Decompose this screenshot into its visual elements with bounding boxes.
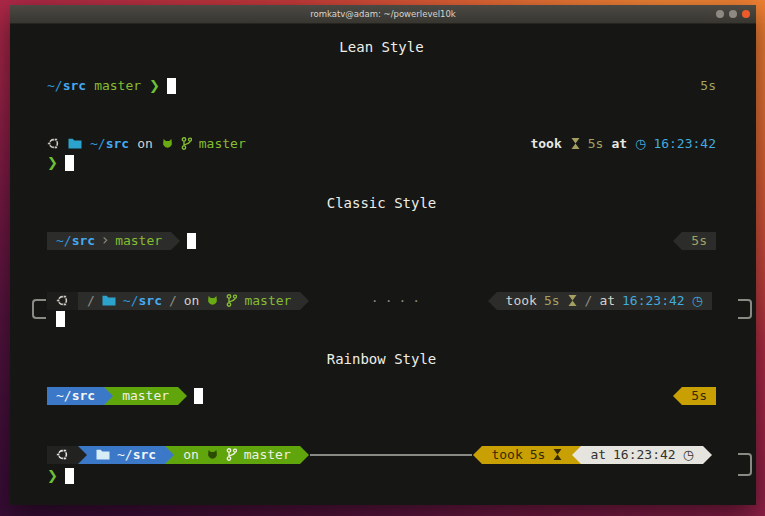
rainbow-prompt-1: ~/src master 5s bbox=[10, 386, 756, 405]
took-label: took bbox=[530, 134, 561, 153]
on-label: on bbox=[184, 291, 200, 310]
on-label: on bbox=[137, 134, 153, 153]
slash-separator: / bbox=[585, 291, 593, 310]
rainbow-prompt-2-line-1: ~/src on master took bbox=[10, 445, 756, 464]
github-octocat-icon bbox=[206, 295, 219, 307]
on-label: on bbox=[183, 445, 199, 464]
prompt-frame-right bbox=[738, 453, 752, 476]
hourglass-icon bbox=[570, 137, 581, 150]
dir-prefix: ~/ bbox=[117, 447, 133, 462]
slash-separator: / bbox=[87, 291, 95, 310]
time-label: 16:23:42 bbox=[622, 291, 685, 310]
desktop-wallpaper: romkatv@adam: ~/powerlevel10k Lean Style… bbox=[0, 0, 765, 516]
took-label: took bbox=[506, 291, 537, 310]
duration-label: 5s bbox=[691, 386, 707, 405]
dir-name: src bbox=[133, 447, 156, 462]
git-branch-icon bbox=[226, 294, 237, 307]
git-branch-icon bbox=[181, 137, 192, 150]
dir-prefix: ~/ bbox=[90, 136, 106, 151]
duration-label: 5s bbox=[691, 231, 707, 250]
git-branch-name: master bbox=[244, 445, 291, 464]
dir-prefix: ~/ bbox=[56, 388, 72, 403]
section-title: Classic Style bbox=[327, 194, 437, 213]
folder-icon bbox=[96, 449, 110, 460]
clock-icon: ◷ bbox=[635, 134, 646, 153]
text-cursor bbox=[65, 468, 74, 484]
text-cursor bbox=[167, 78, 176, 94]
powerline-arrow-icon bbox=[178, 387, 187, 405]
lean-prompt-2-line-2: ❯ bbox=[10, 153, 756, 172]
powerline-arrow-icon bbox=[703, 446, 712, 464]
took-label: took bbox=[491, 445, 522, 464]
at-label: at bbox=[611, 134, 627, 153]
thin-separator-icon: › bbox=[102, 231, 108, 250]
at-label: at bbox=[599, 291, 615, 310]
gap-filler-dots: ···· bbox=[309, 291, 487, 310]
minimize-button[interactable] bbox=[716, 10, 724, 18]
dir-name: src bbox=[106, 136, 129, 151]
dir-prefix: ~/ bbox=[56, 233, 72, 248]
powerline-arrow-icon bbox=[473, 446, 482, 464]
section-title-classic: Classic Style bbox=[10, 194, 756, 213]
git-branch-name: master bbox=[122, 386, 169, 405]
powerline-arrow-icon bbox=[104, 387, 113, 405]
window-controls bbox=[716, 10, 750, 18]
lean-prompt-1: ~/src master ❯ 5s bbox=[10, 76, 756, 95]
slash-separator: / bbox=[169, 291, 177, 310]
classic-prompt-2-line-2 bbox=[10, 309, 756, 328]
duration-label: 5s bbox=[700, 76, 716, 95]
powerline-arrow-icon bbox=[171, 232, 180, 250]
text-cursor bbox=[65, 155, 74, 171]
text-cursor bbox=[56, 311, 65, 327]
dir-name: src bbox=[72, 388, 95, 403]
hourglass-icon bbox=[552, 448, 563, 461]
rainbow-prompt-2-line-2: ❯ bbox=[10, 466, 756, 485]
dir-name: src bbox=[138, 293, 161, 308]
powerline-arrow-icon bbox=[78, 446, 87, 464]
hourglass-icon bbox=[567, 294, 578, 307]
powerline-arrow-icon bbox=[300, 292, 309, 310]
time-label: 16:23:42 bbox=[653, 134, 716, 153]
folder-icon bbox=[68, 138, 82, 149]
ubuntu-logo-icon bbox=[47, 137, 60, 150]
powerline-arrow-icon bbox=[488, 292, 497, 310]
section-title: Lean Style bbox=[339, 38, 423, 57]
prompt-chevron-icon: ❯ bbox=[149, 76, 160, 95]
powerline-arrow-icon bbox=[300, 446, 309, 464]
classic-prompt-1: ~/src › master 5s bbox=[10, 231, 756, 250]
window-titlebar[interactable]: romkatv@adam: ~/powerlevel10k bbox=[10, 5, 756, 24]
section-title: Rainbow Style bbox=[327, 350, 437, 369]
ubuntu-logo-icon bbox=[56, 294, 69, 307]
terminal-content[interactable]: Lean Style ~/src master ❯ 5s bbox=[10, 24, 756, 505]
terminal-window: romkatv@adam: ~/powerlevel10k Lean Style… bbox=[10, 5, 756, 505]
dir-name: src bbox=[72, 233, 95, 248]
ubuntu-logo-icon bbox=[56, 448, 69, 461]
git-branch-name: master bbox=[199, 134, 246, 153]
text-cursor bbox=[194, 388, 203, 404]
text-cursor bbox=[187, 233, 196, 249]
maximize-button[interactable] bbox=[729, 10, 737, 18]
github-octocat-icon bbox=[161, 138, 174, 150]
clock-icon: ◷ bbox=[683, 445, 694, 464]
lean-prompt-2-line-1: ~/src on master took 5s at bbox=[10, 134, 756, 153]
github-octocat-icon bbox=[206, 449, 219, 461]
dir-prefix: ~/ bbox=[123, 293, 139, 308]
powerline-arrow-icon bbox=[165, 446, 174, 464]
close-button[interactable] bbox=[742, 10, 750, 18]
powerline-arrow-icon bbox=[673, 387, 682, 405]
gap-filler-line bbox=[310, 454, 473, 456]
duration-label: 5s bbox=[530, 445, 546, 464]
prompt-chevron-icon: ❯ bbox=[47, 466, 58, 485]
section-title-lean: Lean Style bbox=[10, 38, 756, 57]
git-branch-name: master bbox=[94, 76, 141, 95]
clock-icon: ◷ bbox=[692, 291, 703, 310]
git-branch-name: master bbox=[115, 231, 162, 250]
time-label: 16:23:42 bbox=[613, 445, 676, 464]
prompt-frame-left bbox=[32, 299, 46, 319]
prompt-frame-right bbox=[738, 299, 752, 319]
classic-prompt-2-line-1: / ~/src / on master ···· bbox=[10, 291, 756, 310]
dir-prefix: ~/ bbox=[47, 76, 63, 95]
folder-icon bbox=[102, 295, 116, 306]
duration-label: 5s bbox=[544, 291, 560, 310]
dir-name: src bbox=[63, 76, 86, 95]
